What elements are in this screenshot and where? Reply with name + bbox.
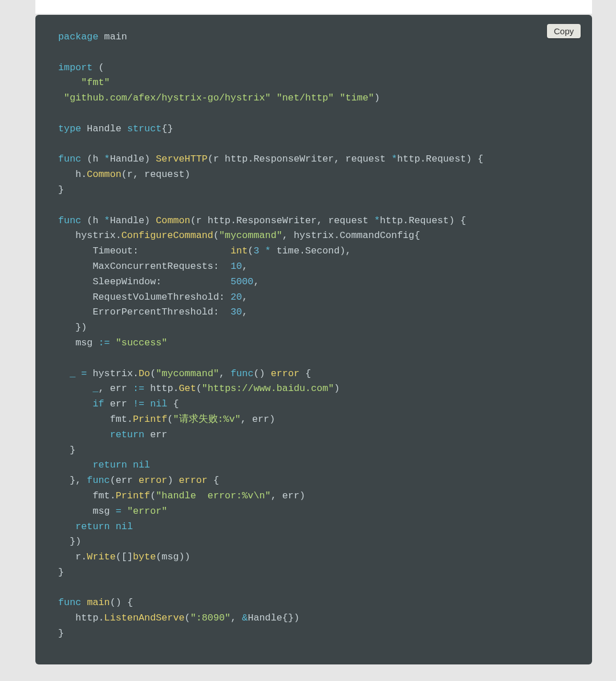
code-token: Timeout: [58,245,230,256]
code-token: package [58,31,99,42]
code-block: Copy package main import ( "fmt" "github… [35,15,592,664]
code-token: ) [334,383,339,394]
code-token: nil [133,460,150,470]
code-token: 3 [253,245,259,256]
code-token: ( [150,490,156,501]
code-token: error [179,475,208,486]
code-token: fmt. [58,414,133,425]
code-token [127,460,133,470]
code-token [334,92,339,103]
code-token: & [242,613,248,623]
code-token: "success" [116,337,168,348]
code-token: hystrix. [58,230,121,241]
code-token: msg [58,506,116,517]
code-token: Get [179,383,196,394]
code-token: := [133,383,144,394]
code-token: Write [87,551,115,562]
code-token: func [58,597,81,608]
code-token: ( [185,613,191,623]
code-token: struct [127,123,161,134]
code-token: _ [70,368,75,379]
code-token: ( [213,230,219,241]
code-token: , [242,261,248,272]
code-token: ) [167,475,179,486]
code-token: := [99,337,110,348]
code-token: } [58,445,75,456]
code-token: , hystrix.CommandConfig{ [282,230,420,241]
code-token: "error" [127,506,168,517]
code-token: } [58,184,64,195]
code-token: , [219,368,230,379]
code-token: , err [99,383,133,394]
code-token: (msg)) [156,551,190,562]
code-token [58,398,92,409]
code-token [58,460,92,470]
code-token: (r, request) [121,169,191,180]
code-token [58,521,75,532]
code-token: fmt. [58,490,116,501]
code-token: http.Request) { [397,154,483,164]
code-token: ErrorPercentThreshold: [58,307,230,317]
code-token: , err) [271,490,305,501]
code-token: main [87,597,110,608]
code-token: func [58,215,81,226]
code-token: { [167,398,179,409]
code-token: time.Second), [271,245,351,256]
page-root: Copy package main import ( "fmt" "github… [0,0,616,681]
code-token: type [58,123,81,134]
code-token: ( [150,368,156,379]
code-token: Printf [116,490,150,501]
code-token: h. [58,169,87,180]
code-token [58,92,64,103]
copy-button[interactable]: Copy [547,24,581,38]
code-token: , [242,307,248,317]
code-token: RequestVolumeThreshold: [58,292,230,303]
code-token: ( [196,383,202,394]
code-token: * [265,245,271,256]
code-token: ListenAndServe [104,613,185,623]
code-token: ServeHTTP [156,154,208,164]
code-token: , [230,613,242,623]
code-token [260,245,265,256]
code-token: "handle error:%v\n" [156,490,270,501]
code-token: return [110,429,144,440]
code-token: * [374,215,380,226]
code-token: import [58,62,92,73]
code-token: (h [81,215,104,226]
code-token: SleepWindow: [58,276,230,287]
code-token: Printf [133,414,167,425]
code-token: func [87,475,110,486]
code-token: Do [139,368,150,379]
code-token: r. [58,551,87,562]
code-token: msg [58,337,99,348]
code-token: (r http.ResponseWriter, request [208,154,391,164]
code-token: "mycommand" [156,368,219,379]
code-token: (err [110,475,139,486]
code-token: Handle [81,123,127,134]
code-token: () [254,368,271,379]
code-token: ([] [116,551,133,562]
code-token: } [58,628,64,639]
code-token: http. [144,383,179,394]
code-token: }) [58,322,87,333]
code-content: package main import ( "fmt" "github.com/… [58,30,569,642]
code-token: Handle{}) [248,613,299,623]
code-token [75,368,81,379]
code-token: }) [58,536,81,547]
code-token: {} [161,123,173,134]
code-token: ":8090" [191,613,231,623]
article-paper-strip [35,0,592,14]
code-token: Handle) [110,215,156,226]
code-token: { [299,368,311,379]
code-token: "time" [340,92,374,103]
code-token: Common [87,169,121,180]
code-token: * [391,154,397,164]
code-token: ( [92,62,104,73]
code-token: 5000 [230,276,253,287]
code-token: ) [374,92,380,103]
code-token: Handle) [110,154,156,164]
code-token: "net/http" [277,92,334,103]
code-token: (r http.ResponseWriter, request [191,215,374,226]
code-token [58,368,70,379]
code-token: ( [248,245,253,256]
